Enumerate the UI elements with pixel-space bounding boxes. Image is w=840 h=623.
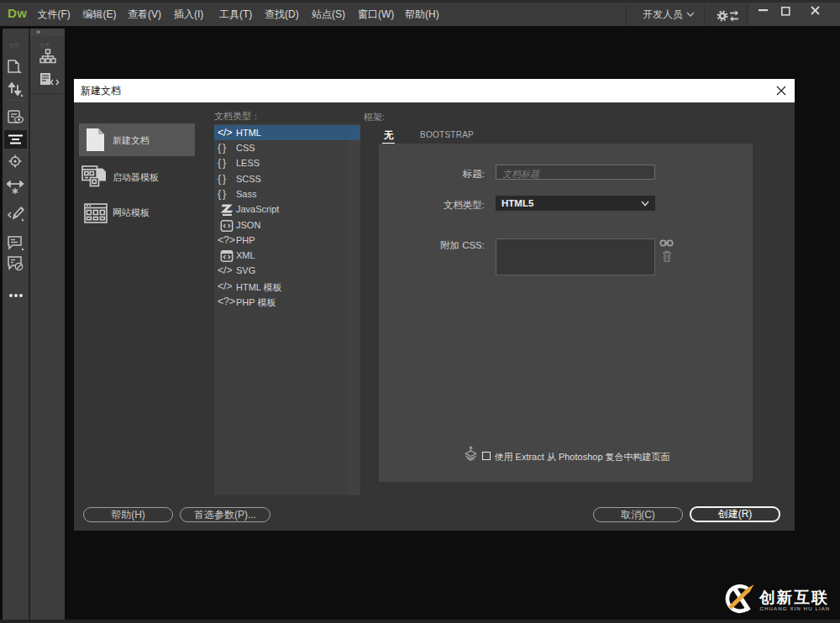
svg-text:CHUANG XIN HU LIAN: CHUANG XIN HU LIAN xyxy=(760,605,831,611)
svg-text:创新互联: 创新互联 xyxy=(759,589,829,606)
